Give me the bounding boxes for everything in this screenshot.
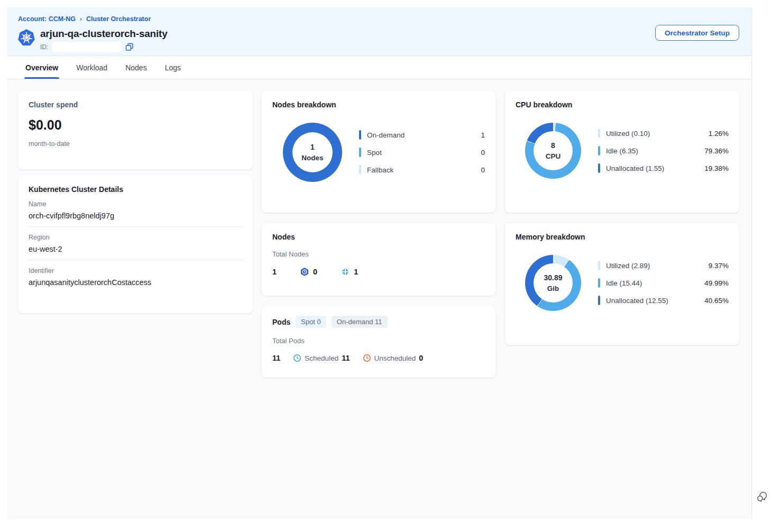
total-nodes-label: Total Nodes [272, 250, 485, 258]
cpu-breakdown-title: CPU breakdown [516, 100, 729, 109]
total-nodes-value: 1 [272, 268, 277, 276]
legend-value: 9.37% [709, 262, 729, 270]
memory-breakdown-card: Memory breakdown 30.89 Gib Utilized (2.8… [505, 223, 739, 345]
legend-label: On-demand [367, 131, 405, 139]
ondemand-nodes-count: 1 [354, 268, 358, 276]
scheduled-pods-group: Scheduled 11 [293, 354, 350, 362]
memory-breakdown-legend: Utilized (2.89) 9.37% Idle (15.44) 49.99… [598, 261, 729, 305]
cluster-details-card: Kubernetes Cluster Details Name orch-cvi… [18, 176, 253, 313]
legend-value: 0 [481, 166, 485, 174]
legend-item-spot[interactable]: Spot 0 [359, 148, 485, 157]
scheduled-clock-icon [293, 354, 301, 362]
tab-bar: Overview Workload Nodes Logs [7, 56, 751, 79]
field-value: orch-cvifpfl9rbg8neldj97g [29, 212, 242, 220]
legend-item-unallocated[interactable]: Unallocated (1.55) 19.38% [598, 163, 729, 173]
legend-swatch [598, 261, 600, 270]
title-row: arjun-qa-clusterorch-sanity ID: [18, 27, 168, 52]
legend-item-unallocated[interactable]: Unallocated (12.55) 40.65% [598, 296, 729, 305]
donut-center-value: 30.89 [544, 273, 562, 282]
spot-nodes-count: 0 [313, 268, 317, 276]
nodes-card: Nodes Total Nodes 1 0 [262, 223, 495, 296]
legend-label: Idle (15.44) [606, 279, 642, 287]
ondemand-icon [341, 267, 350, 277]
breadcrumb-page-link[interactable]: Cluster Orchestrator [86, 15, 151, 23]
spot-nodes-group: 0 [300, 267, 317, 277]
cluster-details-title: Kubernetes Cluster Details [29, 185, 242, 194]
legend-value: 49.99% [704, 279, 729, 287]
legend-value: 19.38% [704, 164, 729, 172]
scheduled-count: 11 [342, 354, 350, 362]
legend-item-ondemand[interactable]: On-demand 1 [359, 130, 485, 140]
field-value: arjunqasanityclusterorchCostaccess [29, 278, 242, 287]
main-panel: Account: CCM-NG › Cluster Orchestrator [7, 7, 752, 519]
pods-card: Pods Spot 0 On-demand 11 Total Pods 11 S… [262, 306, 495, 378]
donut-center-label: Nodes [301, 154, 323, 162]
id-value-field[interactable] [52, 42, 121, 52]
ondemand-pods-badge: On-demand 11 [332, 316, 388, 328]
field-label: Identifier [29, 267, 242, 274]
legend-swatch [598, 129, 600, 138]
id-label: ID: [40, 43, 48, 51]
unscheduled-clock-icon [363, 354, 371, 362]
tab-overview[interactable]: Overview [25, 56, 58, 79]
field-label: Name [29, 200, 242, 208]
donut-center-value: 8 [551, 141, 555, 150]
ondemand-nodes-group: 1 [341, 267, 358, 277]
copy-icon[interactable] [125, 43, 134, 51]
legend-swatch [598, 163, 600, 173]
scheduled-label: Scheduled [305, 354, 338, 362]
total-pods-value: 11 [272, 354, 280, 362]
page-header: Account: CCM-NG › Cluster Orchestrator [7, 7, 751, 56]
cluster-spend-card: Cluster spend $0.00 month-to-date [18, 91, 253, 169]
unscheduled-label: Unscheduled [374, 354, 416, 362]
cluster-spend-title: Cluster spend [29, 100, 242, 109]
legend-label: Utilized (0.10) [606, 130, 650, 137]
tab-logs[interactable]: Logs [165, 56, 181, 79]
breadcrumb-account-link[interactable]: Account: CCM-NG [18, 15, 76, 23]
legend-item-idle[interactable]: Idle (6.35) 79.36% [598, 146, 729, 155]
field-value: eu-west-2 [29, 245, 242, 253]
memory-breakdown-title: Memory breakdown [516, 233, 729, 241]
memory-donut-chart: 30.89 Gib [525, 255, 581, 311]
tab-workload[interactable]: Workload [76, 56, 107, 79]
tab-nodes[interactable]: Nodes [125, 56, 146, 79]
cpu-donut-chart: 8 CPU [525, 123, 581, 179]
detail-field-identifier: Identifier arjunqasanityclusterorchCosta… [29, 260, 242, 293]
chat-icon[interactable] [756, 491, 768, 503]
legend-swatch [598, 278, 600, 288]
nodes-title: Nodes [272, 233, 485, 241]
legend-value: 1 [481, 131, 485, 139]
legend-value: 0 [481, 149, 485, 157]
legend-value: 79.36% [704, 147, 729, 155]
pods-title: Pods [272, 318, 290, 326]
legend-label: Utilized (2.89) [606, 262, 650, 270]
legend-item-idle[interactable]: Idle (15.44) 49.99% [598, 278, 729, 288]
unscheduled-pods-group: Unscheduled 0 [363, 354, 424, 362]
legend-label: Spot [367, 149, 382, 157]
legend-item-utilized[interactable]: Utilized (0.10) 1.26% [598, 129, 729, 138]
spot-pods-badge: Spot 0 [296, 316, 326, 328]
detail-field-name: Name orch-cvifpfl9rbg8neldj97g [29, 194, 242, 227]
legend-swatch [359, 148, 361, 157]
field-label: Region [29, 234, 242, 241]
spot-icon [300, 267, 309, 277]
total-pods-label: Total Pods [272, 337, 485, 345]
nodes-breakdown-title: Nodes breakdown [272, 100, 485, 109]
orchestrator-setup-button[interactable]: Orchestrator Setup [655, 25, 739, 41]
cpu-breakdown-legend: Utilized (0.10) 1.26% Idle (6.35) 79.36%… [598, 129, 729, 173]
legend-label: Unallocated (1.55) [606, 164, 664, 172]
unscheduled-count: 0 [419, 354, 423, 362]
cluster-spend-period: month-to-date [29, 140, 242, 148]
legend-item-utilized[interactable]: Utilized (2.89) 9.37% [598, 261, 729, 270]
legend-value: 1.26% [709, 130, 729, 137]
donut-center-label: CPU [546, 152, 561, 160]
detail-field-region: Region eu-west-2 [29, 227, 242, 260]
nodes-breakdown-legend: On-demand 1 Spot 0 Fallback 0 [359, 130, 485, 175]
nodes-breakdown-card: Nodes breakdown 1 Nodes On-demand 1 [262, 91, 495, 213]
legend-item-fallback[interactable]: Fallback 0 [359, 165, 485, 175]
legend-swatch [598, 146, 600, 155]
chevron-right-icon: › [80, 15, 82, 23]
nodes-donut-chart: 1 Nodes [283, 123, 342, 182]
cluster-spend-amount: $0.00 [29, 117, 242, 133]
legend-label: Fallback [367, 166, 393, 174]
